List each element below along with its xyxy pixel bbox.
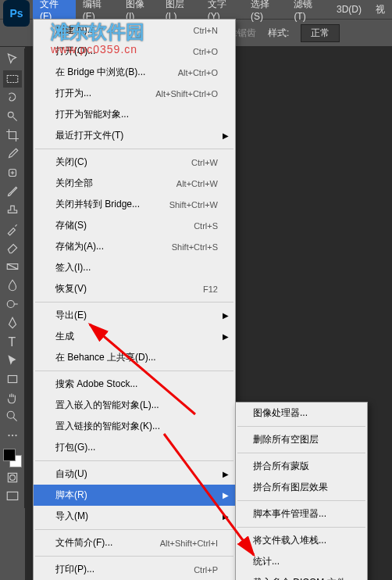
tool-lasso[interactable] <box>3 89 22 106</box>
submenu-item-5[interactable]: 拼合所有图层效果 <box>236 477 367 498</box>
tool-blur[interactable] <box>3 277 22 294</box>
opt-style-select[interactable]: 正常 <box>301 24 340 42</box>
tool-path-select[interactable] <box>3 352 22 369</box>
svg-point-1 <box>8 112 13 117</box>
svg-point-4 <box>7 301 14 308</box>
tool-move[interactable] <box>3 52 22 69</box>
tool-colors[interactable] <box>3 449 22 467</box>
menu-item-label: 签入(I)... <box>55 261 91 274</box>
menu-item-shortcut: Ctrl+W <box>191 158 218 167</box>
menu-item-15[interactable]: 导出(E)▶ <box>34 305 235 326</box>
menu-item-label: 关闭(C) <box>55 156 87 169</box>
svg-point-9 <box>11 435 12 436</box>
opt-style-label: 样式: <box>268 27 289 40</box>
submenu-item-0[interactable]: 图像处理器... <box>236 403 367 424</box>
menu-item-4[interactable]: 打开为智能对象... <box>34 104 235 125</box>
submenu-item-10[interactable]: 统计... <box>236 551 367 572</box>
menu-item-20[interactable]: 置入嵌入的智能对象(L)... <box>34 395 235 416</box>
menu-item-13[interactable]: 恢复(V)F12 <box>34 278 235 299</box>
menu-separator <box>237 453 365 453</box>
menu-item-24[interactable]: 自动(U)▶ <box>34 464 235 485</box>
tool-more[interactable] <box>3 427 22 444</box>
submenu-item-4[interactable]: 拼合所有蒙版 <box>236 456 367 477</box>
svg-point-12 <box>9 475 15 481</box>
menu-item-17[interactable]: 在 Behance 上共享(D)... <box>34 347 235 368</box>
menu-item-label: 打开为智能对象... <box>55 108 129 121</box>
menu-item-16[interactable]: 生成▶ <box>34 326 235 347</box>
tool-crop[interactable] <box>3 127 22 144</box>
tool-marquee[interactable] <box>3 70 22 88</box>
svg-point-10 <box>15 435 16 436</box>
submenu-arrow-icon: ▶ <box>223 491 229 499</box>
menu-item-2[interactable]: 在 Bridge 中浏览(B)...Alt+Ctrl+O <box>34 62 235 83</box>
menu-item-label: 生成 <box>55 330 74 343</box>
menu-item-label: 置入链接的智能对象(K)... <box>55 420 160 433</box>
submenu-item-label: 拼合所有蒙版 <box>253 460 309 473</box>
tool-zoom[interactable] <box>3 408 22 425</box>
tool-type[interactable]: T <box>3 333 22 350</box>
menu-item-shortcut: Ctrl+P <box>194 565 218 575</box>
tool-eraser[interactable] <box>3 239 22 256</box>
menu-view[interactable]: 视 <box>369 0 392 20</box>
submenu-arrow-icon: ▶ <box>223 131 229 140</box>
menu-item-7[interactable]: 关闭(C)Ctrl+W <box>34 152 235 173</box>
svg-rect-0 <box>7 76 18 83</box>
submenu-arrow-icon: ▶ <box>223 512 229 521</box>
tool-history-brush[interactable] <box>3 220 22 238</box>
menu-separator <box>35 149 233 149</box>
svg-rect-6 <box>8 376 16 383</box>
menu-separator <box>35 556 233 557</box>
menu-separator <box>35 529 233 530</box>
menu-item-9[interactable]: 关闭并转到 Bridge...Shift+Ctrl+W <box>34 194 235 215</box>
menu-item-22[interactable]: 打包(G)... <box>34 437 235 458</box>
menu-item-30[interactable]: 打印(P)...Ctrl+P <box>34 559 235 580</box>
submenu-item-2[interactable]: 删除所有空图层 <box>236 429 367 450</box>
tool-quick-select[interactable] <box>3 108 22 125</box>
menu-item-label: 关闭全部 <box>55 177 93 190</box>
menu-item-shortcut: Alt+Shift+Ctrl+O <box>155 89 218 98</box>
tool-screen-mode[interactable] <box>3 488 22 505</box>
menu-item-label: 脚本(R) <box>55 489 87 502</box>
tool-quickmask[interactable] <box>3 469 22 486</box>
tool-pen[interactable] <box>3 314 22 331</box>
menu-item-11[interactable]: 存储为(A)...Shift+Ctrl+S <box>34 236 235 257</box>
menu-item-25[interactable]: 脚本(R)▶ <box>34 485 235 506</box>
tool-stamp[interactable] <box>3 202 22 219</box>
submenu-arrow-icon: ▶ <box>223 470 229 478</box>
menu-item-label: 存储为(A)... <box>55 240 104 253</box>
menu-item-28[interactable]: 文件简介(F)...Alt+Shift+Ctrl+I <box>34 532 235 553</box>
menu-item-label: 存储(S) <box>55 219 87 232</box>
menu-filter[interactable]: 滤镜(T) <box>287 0 330 25</box>
fg-color-swatch[interactable] <box>3 449 16 461</box>
ps-logo-box: Ps <box>3 0 30 27</box>
menu-item-3[interactable]: 打开为...Alt+Shift+Ctrl+O <box>34 83 235 104</box>
menu-item-12[interactable]: 签入(I)... <box>34 257 235 278</box>
submenu-arrow-icon: ▶ <box>223 311 229 320</box>
menu-item-shortcut: Alt+Ctrl+W <box>176 179 218 188</box>
submenu-item-9[interactable]: 将文件载入堆栈... <box>236 530 367 551</box>
submenu-item-11[interactable]: 载入多个 DICOM 文件... <box>236 572 367 580</box>
submenu-item-7[interactable]: 脚本事件管理器... <box>236 503 367 525</box>
menu-separator <box>35 371 233 371</box>
menu-select[interactable]: 选择(S) <box>244 0 287 25</box>
menu-item-10[interactable]: 存储(S)Ctrl+S <box>34 215 235 236</box>
menu-item-21[interactable]: 置入链接的智能对象(K)... <box>34 416 235 437</box>
tool-heal[interactable] <box>3 164 22 181</box>
tool-eyedropper[interactable] <box>3 145 22 163</box>
menu-item-5[interactable]: 最近打开文件(T)▶ <box>34 125 235 146</box>
tool-hand[interactable] <box>3 389 22 406</box>
svg-point-7 <box>7 411 14 418</box>
menu-item-19[interactable]: 搜索 Adobe Stock... <box>34 374 235 395</box>
tool-brush[interactable] <box>3 183 22 200</box>
menu-item-shortcut: Ctrl+N <box>194 26 218 35</box>
menu-item-8[interactable]: 关闭全部Alt+Ctrl+W <box>34 173 235 194</box>
tool-rectangle[interactable] <box>3 371 22 388</box>
menu-item-label: 关闭并转到 Bridge... <box>55 198 140 211</box>
tool-gradient[interactable] <box>3 258 22 275</box>
menu-item-26[interactable]: 导入(M)▶ <box>34 506 235 527</box>
menu-3d[interactable]: 3D(D) <box>330 1 369 18</box>
menu-separator <box>237 426 365 427</box>
submenu-item-label: 删除所有空图层 <box>253 433 319 446</box>
menu-item-label: 导出(E) <box>55 309 87 322</box>
tool-dodge[interactable] <box>3 295 22 313</box>
